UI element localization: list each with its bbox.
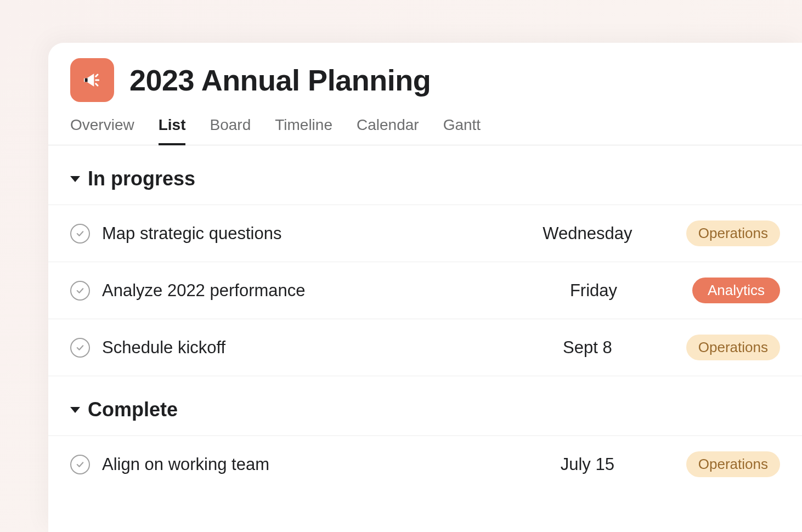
section-header-complete[interactable]: Complete — [48, 376, 802, 435]
megaphone-icon — [81, 69, 103, 91]
project-header: 2023 Annual Planning — [48, 43, 802, 109]
task-row[interactable]: Schedule kickoff Sept 8 Operations — [48, 319, 802, 376]
task-date: Friday — [517, 281, 670, 301]
complete-task-button[interactable] — [70, 224, 90, 244]
task-row[interactable]: Analyze 2022 performance Friday Analytic… — [48, 262, 802, 319]
task-date: Sept 8 — [511, 338, 664, 358]
check-icon — [75, 343, 85, 353]
tab-list[interactable]: List — [159, 116, 186, 145]
project-panel: 2023 Annual Planning Overview List Board… — [48, 43, 802, 532]
check-icon — [75, 286, 85, 296]
check-icon — [75, 229, 85, 239]
task-date: Wednesday — [511, 224, 664, 244]
view-tabs: Overview List Board Timeline Calendar Ga… — [48, 109, 802, 145]
project-icon-badge[interactable] — [70, 58, 114, 102]
caret-down-icon — [70, 407, 80, 413]
complete-task-button[interactable] — [70, 338, 90, 358]
task-tag[interactable]: Operations — [686, 451, 780, 477]
task-tag[interactable]: Analytics — [692, 278, 780, 303]
task-date: July 15 — [511, 455, 664, 474]
task-name: Analyze 2022 performance — [102, 281, 517, 301]
check-icon — [75, 460, 85, 469]
svg-rect-0 — [85, 78, 88, 82]
task-tag[interactable]: Operations — [686, 335, 780, 360]
section-title: Complete — [88, 398, 178, 421]
task-name: Schedule kickoff — [102, 338, 511, 358]
complete-task-button[interactable] — [70, 281, 90, 301]
tab-timeline[interactable]: Timeline — [275, 116, 332, 145]
tab-calendar[interactable]: Calendar — [357, 116, 419, 145]
section-header-in-progress[interactable]: In progress — [48, 145, 802, 205]
complete-task-button[interactable] — [70, 455, 90, 474]
caret-down-icon — [70, 176, 80, 182]
tab-overview[interactable]: Overview — [70, 116, 134, 145]
tab-gantt[interactable]: Gantt — [443, 116, 481, 145]
task-row[interactable]: Align on working team July 15 Operations — [48, 435, 802, 493]
task-row[interactable]: Map strategic questions Wednesday Operat… — [48, 205, 802, 262]
task-tag[interactable]: Operations — [686, 220, 780, 246]
project-title: 2023 Annual Planning — [129, 63, 431, 97]
task-name: Map strategic questions — [102, 224, 511, 244]
section-title: In progress — [88, 167, 195, 190]
task-name: Align on working team — [102, 455, 511, 474]
tab-board[interactable]: Board — [210, 116, 251, 145]
